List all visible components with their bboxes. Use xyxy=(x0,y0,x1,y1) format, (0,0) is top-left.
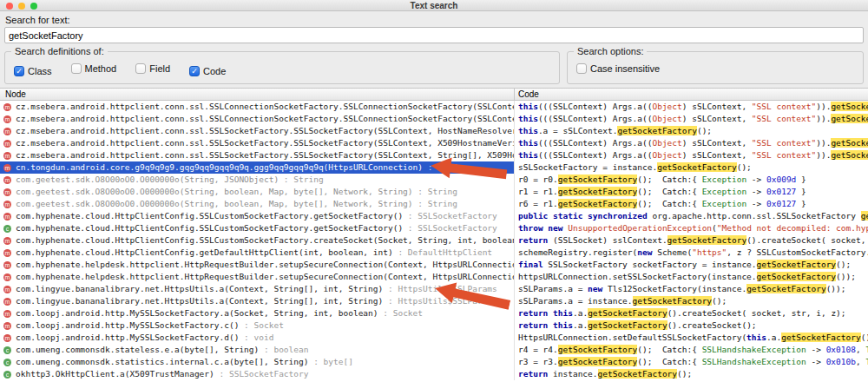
results-table-header: Node Code xyxy=(0,88,868,101)
method-icon: m xyxy=(3,310,11,318)
node-cell: cokhttp3.OkHttpClient.a(X509TrustManager… xyxy=(0,368,515,380)
titlebar: Text search xyxy=(0,0,868,11)
checkbox-method[interactable]: Method xyxy=(71,63,117,74)
checkbox-code[interactable]: ✓Code xyxy=(189,66,226,76)
code-column-header[interactable]: Code xyxy=(515,89,868,100)
code-cell: return instance.getSocketFactory(); xyxy=(515,368,868,380)
node-return-type: : String xyxy=(413,186,457,198)
node-text: cz.msebera.android.httpclient.conn.ssl.S… xyxy=(16,137,515,149)
node-return-type: : void xyxy=(239,332,273,344)
node-text: com.umeng.commonsdk.statistics.internal.… xyxy=(16,356,308,368)
node-text: com.lingyue.bananalibrary.net.HttpsUtils… xyxy=(16,295,383,307)
checkbox-case-insensitive[interactable]: Case insensitive xyxy=(576,63,660,74)
checkbox-field[interactable]: Field xyxy=(135,63,170,74)
table-row[interactable]: mcom.loopj.android.http.MySSLSocketFacto… xyxy=(0,332,868,344)
table-row[interactable]: mcom.loopj.android.http.MySSLSocketFacto… xyxy=(0,319,868,332)
table-row[interactable]: mcz.msebera.android.httpclient.conn.ssl.… xyxy=(0,125,868,137)
code-cell: return this.a.getSocketFactory().createS… xyxy=(515,307,868,319)
node-cell: mcom.geetest.sdk.O8O00oO0.O000000o(Strin… xyxy=(0,186,515,198)
checkbox-checked-icon: ✓ xyxy=(14,66,24,76)
minimize-button[interactable] xyxy=(18,3,25,10)
table-row[interactable]: ccom.umeng.commonsdk.statistics.internal… xyxy=(0,356,868,368)
table-row[interactable]: mcz.msebera.android.httpclient.conn.ssl.… xyxy=(0,113,868,125)
table-row[interactable]: mcz.msebera.android.httpclient.conn.ssl.… xyxy=(0,149,868,161)
checkbox-class[interactable]: ✓Class xyxy=(14,66,52,76)
table-row[interactable]: mcom.lingyue.bananalibrary.net.HttpsUtil… xyxy=(0,283,868,295)
results-body: mcz.msebera.android.httpclient.conn.ssl.… xyxy=(0,101,868,382)
table-row[interactable]: mcz.msebera.android.httpclient.conn.ssl.… xyxy=(0,137,868,149)
node-column-header[interactable]: Node xyxy=(0,89,515,100)
node-text: com.loopj.android.http.MySSLSocketFactor… xyxy=(16,332,239,344)
code-cell: public static synchronized org.apache.ht… xyxy=(515,210,868,222)
node-cell: mcom.hyphenate.cloud.HttpClientConfig.SS… xyxy=(0,234,515,247)
table-row[interactable]: ccom.hyphenate.cloud.HttpClientConfig.SS… xyxy=(0,222,868,234)
node-return-type: : HttpsUtils$SSLParams xyxy=(383,283,497,295)
table-row[interactable]: mcom.loopj.android.http.MySSLSocketFacto… xyxy=(0,307,868,319)
node-text: com.loopj.android.http.MySSLSocketFactor… xyxy=(16,307,378,319)
node-text: com.hyphenate.helpdesk.httpclient.HttpRe… xyxy=(16,259,515,271)
node-return-type: : void xyxy=(423,161,457,174)
method-icon: m xyxy=(3,334,11,342)
node-cell: mcz.msebera.android.httpclient.conn.ssl.… xyxy=(0,113,515,125)
node-return-type: : byte[] xyxy=(308,356,352,368)
node-text: com.lingyue.bananalibrary.net.HttpsUtils… xyxy=(16,283,383,295)
method-icon: m xyxy=(3,286,11,293)
table-row[interactable]: mcz.msebera.android.httpclient.conn.ssl.… xyxy=(0,101,868,113)
checkbox-label: Code xyxy=(203,66,226,76)
node-text: cz.msebera.android.httpclient.conn.ssl.S… xyxy=(16,125,515,137)
method-icon: m xyxy=(3,298,11,306)
node-cell: mcz.msebera.android.httpclient.conn.ssl.… xyxy=(0,101,515,113)
table-row[interactable]: mcom.hyphenate.cloud.HttpClientConfig.SS… xyxy=(0,234,868,247)
code-cell: this(((SSLContext) Args.a((Object) sSLCo… xyxy=(515,137,868,149)
node-cell: mcom.geetest.sdk.O8O00oO0.O000000o(Strin… xyxy=(0,198,515,210)
node-return-type: : boolean xyxy=(259,344,308,356)
node-cell: ccom.umeng.commonsdk.statistics.internal… xyxy=(0,356,515,368)
class-icon: c xyxy=(3,346,11,354)
search-definitions-group: Search definitions of: ✓ClassMethodField… xyxy=(4,51,560,84)
table-row[interactable]: mcom.hyphenate.helpdesk.httpclient.HttpR… xyxy=(0,271,868,283)
class-icon: c xyxy=(3,371,11,379)
method-icon: m xyxy=(3,188,11,196)
table-row[interactable]: mcom.geetest.sdk.O8O00oO0.O000000o(Strin… xyxy=(0,198,868,210)
table-row[interactable]: mcom.hyphenate.cloud.HttpClientConfig.SS… xyxy=(0,210,868,222)
code-cell: this(((SSLContext) Args.a((Object) sSLCo… xyxy=(515,113,868,125)
table-row[interactable]: mcom.geetest.sdk.O8O00oO0.O000000o(Strin… xyxy=(0,186,868,198)
node-cell: mcz.msebera.android.httpclient.conn.ssl.… xyxy=(0,149,515,161)
method-icon: m xyxy=(3,176,11,184)
code-cell: httpsURLConnection.setSSLSocketFactory(i… xyxy=(515,271,868,283)
table-row[interactable]: cokhttp3.OkHttpClient.a(X509TrustManager… xyxy=(0,368,868,380)
code-cell: this(((SSLContext) Args.a((Object) sSLCo… xyxy=(515,101,868,113)
code-cell: schemeRegistry.register(new Scheme("http… xyxy=(515,247,868,259)
node-cell: mcz.msebera.android.httpclient.conn.ssl.… xyxy=(0,137,515,149)
code-cell: HttpsURLConnection.setDefaultSSLSocketFa… xyxy=(515,332,868,344)
node-return-type: : String xyxy=(413,198,457,210)
table-row[interactable]: mcom.hyphenate.cloud.HttpClientConfig.ge… xyxy=(0,247,868,259)
code-cell: return this.a.getSocketFactory().createS… xyxy=(515,319,868,332)
node-text: com.geetest.sdk.O8O00oO0.O000000o(String… xyxy=(16,186,413,198)
zoom-button[interactable] xyxy=(30,3,37,10)
checkbox-unchecked-icon xyxy=(576,63,587,74)
node-text: com.loopj.android.http.MySSLSocketFactor… xyxy=(16,319,239,332)
checkbox-label: Method xyxy=(85,63,117,74)
method-icon: m xyxy=(3,201,11,208)
table-row[interactable]: mcn.tongdun.android.core.g9q9q9g9.gqg9qq… xyxy=(0,161,868,174)
node-cell: mcz.msebera.android.httpclient.conn.ssl.… xyxy=(0,125,515,137)
search-input[interactable] xyxy=(4,27,864,43)
method-icon: m xyxy=(3,152,11,160)
close-button[interactable] xyxy=(6,3,13,10)
table-row[interactable]: mcom.hyphenate.helpdesk.httpclient.HttpR… xyxy=(0,259,868,271)
node-cell: mcom.hyphenate.helpdesk.httpclient.HttpR… xyxy=(0,259,515,271)
table-row[interactable]: mcom.lingyue.bananalibrary.net.HttpsUtil… xyxy=(0,295,868,307)
node-cell: mcom.lingyue.bananalibrary.net.HttpsUtil… xyxy=(0,295,515,307)
method-icon: m xyxy=(3,115,11,123)
table-row[interactable]: mcom.geetest.sdk.O8O00oO0.O000000o(Strin… xyxy=(0,174,868,186)
window-title: Text search xyxy=(411,1,458,10)
method-icon: m xyxy=(3,273,11,281)
node-return-type: : SSLSocketFactory xyxy=(403,210,497,222)
table-row[interactable]: ccom.umeng.commonsdk.stateless.e.a(byte[… xyxy=(0,344,868,356)
code-cell: r6 = r1.getSocketFactory(); Catch:{ Exce… xyxy=(515,198,868,210)
node-return-type: : String xyxy=(279,174,323,186)
method-icon: m xyxy=(3,103,11,111)
method-icon: m xyxy=(3,128,11,135)
node-text: com.hyphenate.helpdesk.httpclient.HttpRe… xyxy=(16,271,515,283)
